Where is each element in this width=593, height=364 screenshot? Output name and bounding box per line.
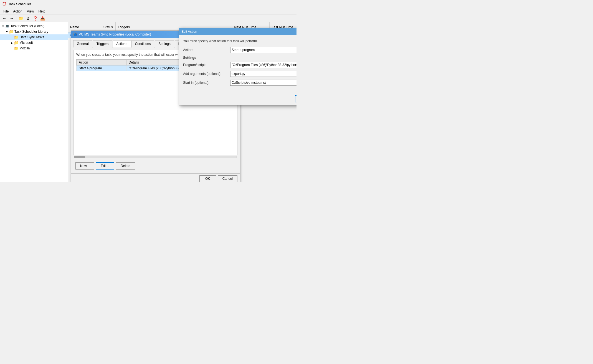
forward-button[interactable]: → [8,15,15,21]
toolbar-separator [16,16,16,21]
action-cell-type: Start a program [77,65,126,71]
tree-label-data-sync: Data Sync Tasks [19,35,44,39]
folder-icon-data-sync: 📁 [14,35,18,39]
action-col-action: Action [77,60,126,65]
action-dropdown[interactable]: Start a program ▼ [230,47,296,53]
edit-action-footer: OK Cancel [179,92,296,105]
toolbar: ← → 📁 🖥 ❓ 📤 [0,14,296,22]
action-dropdown-value: Start a program [232,48,255,52]
settings-group: Settings Program/script: Browse... Add a… [183,56,296,86]
tree-label-mozilla: Mozilla [19,46,30,50]
menu-bar: File Action View Help [0,8,296,14]
program-script-label: Program/script: [183,63,230,67]
tab-general[interactable]: General [73,40,92,47]
menu-file[interactable]: File [1,9,11,14]
action-row-form: Action: Start a program ▼ [183,47,296,53]
properties-dialog-icon: 🔵 [73,32,77,36]
properties-ok-button[interactable]: OK [199,175,216,182]
start-in-input[interactable] [230,80,296,86]
computer-icon: 💻 [5,24,9,28]
folder-icon-microsoft: 📁 [14,41,18,45]
action-buttons: New... Edit... Delete [73,161,237,171]
properties-title: VC MS Teams Sync Properties (Local Compu… [79,32,151,36]
menu-help[interactable]: Help [36,9,48,14]
properties-footer: OK Cancel [71,173,240,182]
tree-item-local[interactable]: ▼ 💻 Task Scheduler (Local) [0,23,68,29]
tree-item-library[interactable]: ▼ 📁 Task Scheduler Library [0,29,68,34]
edit-button[interactable]: Edit... [96,162,114,170]
scrollbar-thumb[interactable] [74,156,85,158]
settings-label: Settings [183,56,296,60]
tab-conditions[interactable]: Conditions [131,40,154,47]
title-bar: ⏰ Task Scheduler [0,0,296,8]
local-tasks-button[interactable]: 🖥 [25,15,31,21]
folder-icon-library: 📁 [9,29,13,34]
scrollbar-track[interactable] [74,156,237,158]
edit-action-description: You must specify what action this task w… [183,39,296,43]
edit-action-title: Edit Action [181,30,197,34]
add-args-input[interactable] [230,71,296,77]
back-button[interactable]: ← [1,15,8,21]
tree-arrow-data-sync [10,36,14,39]
new-button[interactable]: New... [75,162,94,170]
main-layout: ▼ 💻 Task Scheduler (Local) ▼ 📁 Task Sche… [0,22,296,182]
action-form-label: Action: [183,48,230,52]
tree-item-microsoft[interactable]: ▶ 📁 Microsoft [0,40,68,46]
delete-button[interactable]: Delete [116,162,135,170]
add-args-label: Add arguments (optional): [183,72,230,76]
program-script-input[interactable] [230,62,296,68]
folder-button[interactable]: 📁 [17,15,24,21]
start-in-label: Start in (optional): [183,81,230,85]
edit-ok-button[interactable]: OK [295,95,296,102]
title-bar-text: Task Scheduler [8,2,31,6]
tab-settings[interactable]: Settings [155,40,174,47]
export-button[interactable]: 📤 [39,15,46,21]
app-icon: ⏰ [2,2,7,6]
tree-arrow-mozilla [10,47,14,50]
right-panel: Name Status Triggers Next Run Time Last … [68,22,296,182]
menu-view[interactable]: View [25,9,36,14]
tree-arrow-microsoft: ▶ [10,41,14,44]
left-panel: ▼ 💻 Task Scheduler (Local) ▼ 📁 Task Sche… [0,22,68,182]
edit-action-dialog: Edit Action ✕ You must specify what acti… [179,28,296,105]
tree-label-local: Task Scheduler (Local) [11,24,44,28]
tab-triggers[interactable]: Triggers [93,40,112,47]
folder-icon-mozilla: 📁 [14,46,18,50]
add-args-row: Add arguments (optional): [183,71,296,77]
scrollbar-area[interactable] [73,155,237,158]
start-in-row: Start in (optional): [183,80,296,86]
properties-cancel-button[interactable]: Cancel [218,175,237,182]
program-script-row: Program/script: Browse... [183,62,296,68]
help-button[interactable]: ❓ [32,15,39,21]
tree-label-library: Task Scheduler Library [14,30,48,34]
tab-actions[interactable]: Actions [113,40,131,47]
tree-arrow-local: ▼ [1,25,5,28]
tree-label-microsoft: Microsoft [19,41,33,45]
dialog-overlay: 🔵 VC MS Teams Sync Properties (Local Com… [68,22,296,182]
tree-item-data-sync[interactable]: 📁 Data Sync Tasks [0,34,68,40]
edit-action-content: You must specify what action this task w… [179,35,296,92]
tree-item-mozilla[interactable]: 📁 Mozilla [0,46,68,51]
edit-action-title-bar: Edit Action ✕ [179,28,296,35]
menu-action[interactable]: Action [11,9,24,14]
tree-arrow-library: ▼ [5,30,9,33]
